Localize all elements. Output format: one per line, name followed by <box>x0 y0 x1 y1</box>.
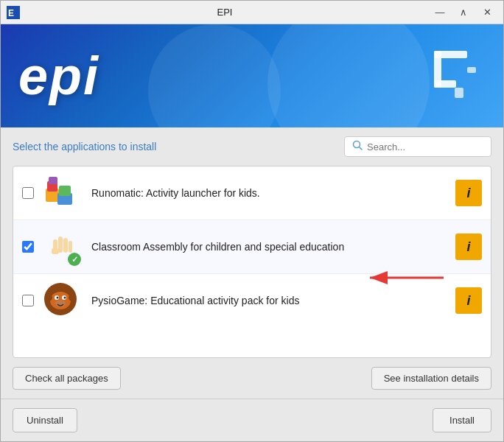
app-banner: epi <box>1 24 503 127</box>
search-box <box>344 136 491 157</box>
svg-point-24 <box>45 294 52 301</box>
banner-icon <box>427 45 486 107</box>
minimize-button[interactable]: — <box>430 5 450 20</box>
app-icon: E <box>7 6 20 19</box>
checkbox-classroom[interactable] <box>22 241 34 253</box>
window-controls: — ∧ ✕ <box>430 5 497 20</box>
uninstall-button[interactable]: Uninstall <box>13 408 77 432</box>
svg-rect-13 <box>49 177 57 184</box>
package-item-pysiogame: PysioGame: Educational activity pack for… <box>13 274 491 327</box>
icon-classroom: ✓ <box>43 228 81 266</box>
actions-row: Check all packages See installation deta… <box>13 367 491 390</box>
info-button-pysiogame[interactable]: i <box>455 287 482 314</box>
svg-rect-4 <box>434 80 456 88</box>
info-button-classroom[interactable]: i <box>455 234 482 260</box>
search-bar-area: Select the applications to install <box>13 136 491 157</box>
window-title: EPI <box>20 7 430 18</box>
main-content: Select the applications to install <box>1 127 503 399</box>
banner-logo: epi <box>18 49 99 102</box>
svg-text:E: E <box>8 8 14 18</box>
svg-rect-6 <box>455 88 463 98</box>
svg-point-25 <box>69 294 76 301</box>
search-input[interactable] <box>367 141 483 152</box>
checkbox-runomatic[interactable] <box>22 187 34 199</box>
svg-point-29 <box>64 297 66 299</box>
svg-point-28 <box>57 297 59 299</box>
checked-badge: ✓ <box>68 253 81 266</box>
icon-runomatic <box>43 174 81 212</box>
maximize-button[interactable]: ∧ <box>453 5 474 20</box>
svg-line-8 <box>360 147 363 150</box>
search-icon <box>352 140 363 153</box>
package-item-classroom: ✓ Classroom Assembly for children and sp… <box>13 220 491 274</box>
package-name-runomatic: Runomatic: Activity launcher for kids. <box>91 187 455 199</box>
select-label: Select the applications to install <box>13 141 156 152</box>
titlebar: E EPI — ∧ ✕ <box>1 1 503 24</box>
svg-rect-12 <box>59 186 71 196</box>
svg-rect-17 <box>63 238 68 253</box>
svg-rect-19 <box>52 248 59 254</box>
package-list-wrapper: Runomatic: Activity launcher for kids. i <box>13 166 491 390</box>
install-button[interactable]: Install <box>433 408 491 432</box>
package-name-classroom: Classroom Assembly for children and spec… <box>91 241 455 253</box>
svg-rect-5 <box>467 67 476 73</box>
check-all-button[interactable]: Check all packages <box>13 367 121 390</box>
package-item-runomatic: Runomatic: Activity launcher for kids. i <box>13 166 491 220</box>
bottom-row: Uninstall Install <box>1 399 503 441</box>
see-details-button[interactable]: See installation details <box>371 367 491 390</box>
info-button-runomatic[interactable]: i <box>455 180 482 206</box>
svg-rect-18 <box>69 241 72 253</box>
checkbox-pysiogame[interactable] <box>22 295 34 306</box>
package-list: Runomatic: Activity launcher for kids. i <box>13 166 491 358</box>
svg-rect-3 <box>434 51 467 58</box>
close-button[interactable]: ✕ <box>477 5 497 20</box>
icon-pysiogame <box>43 281 81 320</box>
package-name-pysiogame: PysioGame: Educational activity pack for… <box>91 295 455 306</box>
